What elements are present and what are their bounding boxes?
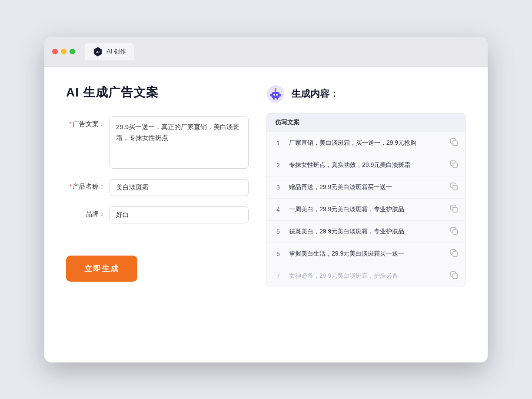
row-number: 3 xyxy=(273,184,283,191)
svg-rect-19 xyxy=(453,274,457,279)
table-row: 7女神必备，29.9元美白淡斑霜，护肤必备 xyxy=(266,265,466,287)
generate-button[interactable]: 立即生成 xyxy=(66,256,137,282)
result-text: 赠品再送，29.9元美白淡斑霜买一送一 xyxy=(289,183,444,192)
left-panel: AI 生成广告文案 *广告文案： 29.9买一送一，真正的厂家直销，美白淡斑霜，… xyxy=(66,84,249,341)
right-panel: 生成内容： 仿写文案 1厂家直销，美白淡斑霜，买一送一，29.9元抢购 2专抹女… xyxy=(266,84,466,341)
product-name-label: *产品名称： xyxy=(66,179,105,191)
svg-rect-14 xyxy=(453,163,457,168)
table-row: 1厂家直销，美白淡斑霜，买一送一，29.9元抢购 xyxy=(266,132,466,154)
ai-tab-icon: AI xyxy=(93,47,103,57)
svg-rect-3 xyxy=(272,92,279,98)
svg-text:AI: AI xyxy=(96,50,100,54)
brand-label: 品牌： xyxy=(66,206,105,218)
ad-copy-group: *广告文案： 29.9买一送一，真正的厂家直销，美白淡斑霜，专抹女性斑点 xyxy=(66,116,249,169)
required-star-2: * xyxy=(69,183,72,190)
table-row: 5祛斑美白，29.9元美白淡斑霜，专业护肤品 xyxy=(266,221,466,243)
result-text: 女神必备，29.9元美白淡斑霜，护肤必备 xyxy=(289,271,444,280)
row-number: 4 xyxy=(273,206,283,213)
results-list: 1厂家直销，美白淡斑霜，买一送一，29.9元抢购 2专抹女性斑点，真实功效，29… xyxy=(266,132,466,287)
titlebar: AI AI 创作 xyxy=(44,37,488,67)
copy-icon[interactable] xyxy=(450,249,459,259)
table-row: 4一周美白，29.9元美白淡斑霜，专业护肤品 xyxy=(266,199,466,221)
copy-icon[interactable] xyxy=(450,182,459,193)
svg-rect-15 xyxy=(453,185,457,190)
minimize-button[interactable] xyxy=(61,49,66,54)
tab-title: AI 创作 xyxy=(106,48,126,56)
main-content: AI 生成广告文案 *广告文案： 29.9买一送一，真正的厂家直销，美白淡斑霜，… xyxy=(44,67,488,362)
copy-icon[interactable] xyxy=(450,160,459,170)
ad-copy-label: *广告文案： xyxy=(66,116,105,128)
table-header: 仿写文案 xyxy=(266,113,466,132)
result-text: 祛斑美白，29.9元美白淡斑霜，专业护肤品 xyxy=(289,227,444,236)
row-number: 1 xyxy=(273,140,283,146)
svg-rect-17 xyxy=(453,229,457,234)
table-row: 2专抹女性斑点，真实功效，29.9元美白淡斑霜 xyxy=(266,154,466,176)
result-text: 掌握美白生活，29.9元美白淡斑霜买一送一 xyxy=(289,249,444,258)
copy-icon[interactable] xyxy=(450,226,459,237)
brand-input[interactable] xyxy=(110,206,249,223)
row-number: 2 xyxy=(273,162,283,169)
svg-rect-11 xyxy=(276,98,278,100)
svg-rect-9 xyxy=(279,94,281,96)
browser-tab[interactable]: AI AI 创作 xyxy=(85,43,134,60)
result-text: 厂家直销，美白淡斑霜，买一送一，29.9元抢购 xyxy=(289,138,444,147)
result-text: 专抹女性斑点，真实功效，29.9元美白淡斑霜 xyxy=(289,160,444,170)
traffic-lights xyxy=(52,49,75,54)
copy-icon[interactable] xyxy=(450,204,459,215)
result-table: 仿写文案 1厂家直销，美白淡斑霜，买一送一，29.9元抢购 2专抹女性斑点，真实… xyxy=(266,113,466,287)
row-number: 5 xyxy=(273,228,283,235)
result-text: 一周美白，29.9元美白淡斑霜，专业护肤品 xyxy=(289,205,444,214)
svg-rect-16 xyxy=(453,207,457,212)
table-row: 3赠品再送，29.9元美白淡斑霜买一送一 xyxy=(266,176,466,199)
page-title: AI 生成广告文案 xyxy=(66,84,249,101)
row-number: 7 xyxy=(273,273,283,279)
row-number: 6 xyxy=(273,250,283,257)
result-header: 生成内容： xyxy=(266,84,466,103)
product-name-input[interactable] xyxy=(110,179,249,196)
ad-copy-input[interactable]: 29.9买一送一，真正的厂家直销，美白淡斑霜，专抹女性斑点 xyxy=(110,116,249,169)
close-button[interactable] xyxy=(52,49,58,54)
svg-rect-10 xyxy=(273,98,275,100)
required-star-1: * xyxy=(69,120,72,127)
robot-icon xyxy=(266,84,285,103)
result-title: 生成内容： xyxy=(291,87,339,100)
svg-rect-5 xyxy=(276,94,278,96)
browser-window: AI AI 创作 AI 生成广告文案 *广告文案： 29.9买一送一，真正的厂家… xyxy=(44,37,488,362)
table-row: 6掌握美白生活，29.9元美白淡斑霜买一送一 xyxy=(266,243,466,265)
copy-icon[interactable] xyxy=(450,138,459,148)
svg-rect-4 xyxy=(273,94,275,96)
maximize-button[interactable] xyxy=(70,49,75,54)
product-name-group: *产品名称： xyxy=(66,179,249,196)
brand-group: 品牌： xyxy=(66,206,249,223)
copy-icon[interactable] xyxy=(450,271,459,281)
svg-rect-13 xyxy=(453,141,457,146)
svg-point-12 xyxy=(275,88,276,90)
svg-rect-8 xyxy=(270,94,272,96)
svg-rect-18 xyxy=(453,252,457,256)
